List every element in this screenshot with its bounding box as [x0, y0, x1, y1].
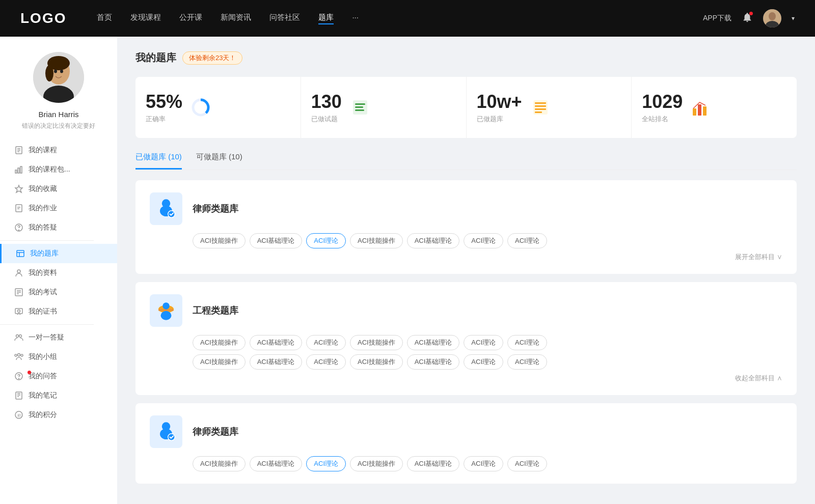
sidebar-item-group[interactable]: 我的小组	[0, 347, 117, 367]
notification-bell[interactable]	[742, 12, 753, 25]
sidebar-item-oneone[interactable]: 一对一答疑	[0, 328, 117, 347]
svg-rect-15	[18, 168, 19, 173]
tag-2-r2-4[interactable]: ACI基础理论	[407, 354, 460, 370]
svg-point-38	[15, 354, 17, 356]
sidebar-label-oneone: 一对一答疑	[29, 333, 64, 342]
sidebar-item-exam[interactable]: 我的考试	[0, 283, 117, 302]
stat-questions: 130 已做试题	[301, 77, 467, 138]
nav-qbank[interactable]: 题库	[318, 13, 334, 24]
tag-2-r2-2[interactable]: ACI理论	[306, 354, 346, 370]
nav-links: 首页 发现课程 公开课 新闻资讯 问答社区 题库 ···	[97, 13, 703, 24]
tag-3-6[interactable]: ACI理论	[507, 456, 547, 471]
tag-2-r1-3[interactable]: ACI技能操作	[350, 335, 403, 350]
collapse-btn-2[interactable]: 收起全部科目 ∧	[150, 374, 782, 383]
expand-btn-1[interactable]: 展开全部科目 ∨	[150, 253, 782, 262]
sidebar-label-exam: 我的考试	[29, 288, 57, 297]
svg-rect-14	[15, 170, 17, 173]
svg-point-26	[17, 270, 20, 273]
sidebar-label-cert: 我的证书	[29, 307, 57, 316]
sidebar-item-myqa[interactable]: 我的问答	[0, 367, 117, 386]
sidebar-label-course-pkg: 我的课程包...	[29, 165, 70, 174]
homework-icon	[14, 204, 23, 213]
tag-2-r2-6[interactable]: ACI理论	[507, 354, 547, 370]
tag-2-r2-3[interactable]: ACI技能操作	[350, 354, 403, 370]
tag-1-1[interactable]: ACI基础理论	[250, 233, 303, 248]
svg-point-9	[60, 70, 63, 73]
tag-1-5[interactable]: ACI理论	[464, 233, 503, 248]
sidebar-item-cert[interactable]: 我的证书	[0, 302, 117, 321]
sidebar-item-my-course[interactable]: 我的课程	[0, 141, 117, 160]
tag-2-r1-4[interactable]: ACI基础理论	[407, 335, 460, 350]
tag-3-3[interactable]: ACI技能操作	[350, 456, 403, 471]
tag-1-6[interactable]: ACI理论	[507, 233, 547, 248]
nav-right: APP下载 ▾	[703, 9, 795, 27]
ranking-label: 全站排名	[642, 115, 683, 124]
qbank-tags-1: ACI技能操作 ACI基础理论 ACI理论 ACI技能操作 ACI基础理论 AC…	[150, 233, 782, 248]
qbank-header-1: 律师类题库	[150, 192, 782, 225]
user-menu-chevron[interactable]: ▾	[792, 15, 795, 22]
qbank-card-lawyer-2: 律师类题库 ACI技能操作 ACI基础理论 ACI理论 ACI技能操作 ACI基…	[135, 403, 797, 484]
nav-open[interactable]: 公开课	[179, 13, 202, 24]
tag-1-3[interactable]: ACI技能操作	[350, 233, 403, 248]
nav-news[interactable]: 新闻资讯	[221, 13, 251, 24]
tag-2-r1-2[interactable]: ACI理论	[306, 335, 346, 350]
svg-point-1	[769, 12, 776, 20]
tag-1-4[interactable]: ACI基础理论	[407, 233, 460, 248]
tag-2-r2-0[interactable]: ACI技能操作	[193, 354, 246, 370]
tab-done[interactable]: 已做题库 (10)	[135, 152, 182, 170]
nav-home[interactable]: 首页	[97, 13, 112, 24]
svg-point-8	[54, 70, 57, 73]
tag-3-0[interactable]: ACI技能操作	[193, 456, 246, 471]
question-icon	[14, 223, 23, 232]
tag-1-0[interactable]: ACI技能操作	[193, 233, 246, 248]
file-icon	[14, 146, 23, 155]
qbank-icon-1	[150, 192, 182, 225]
svg-rect-42	[16, 392, 22, 399]
svg-rect-56	[535, 105, 546, 107]
svg-rect-23	[17, 250, 24, 257]
svg-rect-52	[355, 106, 363, 108]
avatar[interactable]	[763, 9, 781, 27]
sidebar-item-course-pkg[interactable]: 我的课程包...	[0, 160, 117, 179]
sidebar-item-homework[interactable]: 我的作业	[0, 199, 117, 218]
nav-qa[interactable]: 问答社区	[269, 13, 300, 24]
tag-2-r2-5[interactable]: ACI理论	[464, 354, 503, 370]
user-avatar	[33, 52, 84, 103]
tag-3-4[interactable]: ACI基础理论	[407, 456, 460, 471]
questions-icon	[350, 97, 370, 118]
tag-2-r1-5[interactable]: ACI理论	[464, 335, 503, 350]
tag-2-r1-1[interactable]: ACI基础理论	[250, 335, 303, 350]
tag-3-2[interactable]: ACI理论	[306, 456, 346, 471]
svg-rect-61	[703, 106, 707, 116]
divider-1	[0, 240, 94, 241]
sidebar-label-qbank: 我的题库	[30, 249, 59, 258]
sidebar-label-collection: 我的收藏	[29, 184, 57, 193]
banks-value: 10w+	[477, 91, 522, 113]
stat-ranking: 1029 全站排名	[632, 77, 797, 138]
sidebar-item-points[interactable]: 积 我的积分	[0, 405, 117, 425]
svg-rect-53	[355, 109, 364, 111]
svg-point-36	[19, 335, 22, 338]
accuracy-value: 55%	[146, 91, 182, 113]
tag-3-1[interactable]: ACI基础理论	[250, 456, 303, 471]
nav-more[interactable]: ···	[352, 13, 359, 24]
sidebar-item-qbank[interactable]: 我的题库	[0, 244, 117, 263]
app-download[interactable]: APP下载	[703, 14, 731, 23]
sidebar-item-qa[interactable]: 我的答疑	[0, 218, 117, 237]
tag-2-r2-1[interactable]: ACI基础理论	[250, 354, 303, 370]
svg-point-71	[168, 434, 175, 441]
nav-discover[interactable]: 发现课程	[130, 13, 161, 24]
tag-2-r1-0[interactable]: ACI技能操作	[193, 335, 246, 350]
tag-3-5[interactable]: ACI理论	[464, 456, 503, 471]
sidebar-item-profile[interactable]: 我的资料	[0, 263, 117, 283]
points-icon: 积	[14, 410, 23, 419]
sidebar-item-notes[interactable]: 我的笔记	[0, 386, 117, 405]
banks-icon	[530, 97, 551, 118]
svg-point-64	[168, 211, 175, 218]
tab-available[interactable]: 可做题库 (10)	[196, 152, 242, 170]
tag-1-2[interactable]: ACI理论	[306, 233, 346, 248]
qbank-icon-3	[150, 415, 182, 448]
qbank-name-1: 律师类题库	[193, 203, 238, 215]
sidebar-item-collection[interactable]: 我的收藏	[0, 179, 117, 199]
tag-2-r1-6[interactable]: ACI理论	[507, 335, 547, 350]
